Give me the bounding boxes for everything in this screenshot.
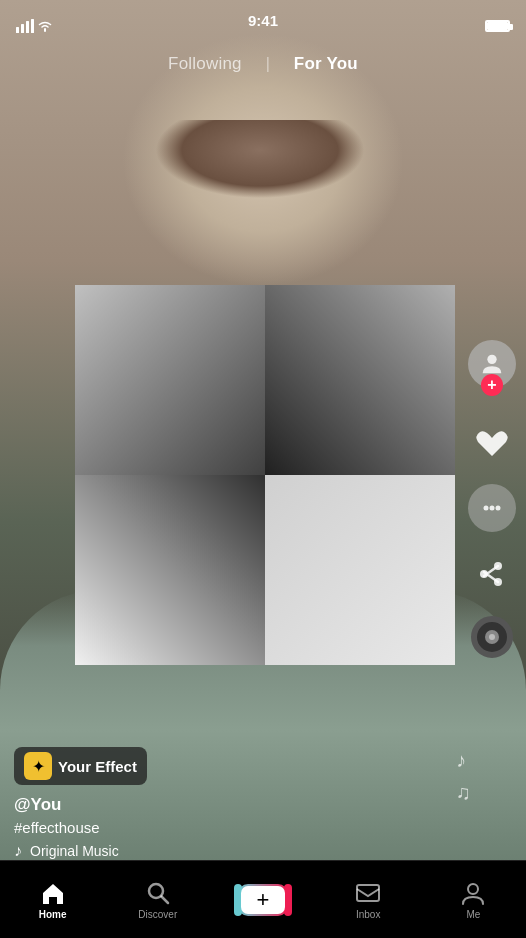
svg-rect-0 (16, 27, 19, 33)
effect-label: Your Effect (58, 758, 137, 775)
signal-indicators (16, 19, 53, 33)
hashtag[interactable]: #effecthouse (14, 819, 406, 836)
follow-button[interactable]: + (468, 340, 516, 388)
creator-avatar: + (468, 340, 516, 388)
nav-item-inbox[interactable]: Inbox (316, 880, 421, 920)
following-tab[interactable]: Following (144, 44, 266, 84)
svg-point-14 (468, 884, 478, 894)
create-plus-symbol: + (257, 889, 270, 911)
nav-item-home[interactable]: Home (0, 880, 105, 920)
effect-overlay (75, 285, 455, 665)
music-disc-inner (485, 630, 499, 644)
effect-tag[interactable]: ✦ Your Effect (14, 747, 147, 785)
effect-quadrant-4 (265, 475, 455, 665)
inbox-icon (355, 880, 381, 906)
share-icon (474, 556, 510, 592)
video-info-panel: ✦ Your Effect @You #effecthouse ♪ Origin… (0, 747, 420, 860)
heart-icon (472, 422, 512, 462)
signal-icon (16, 19, 34, 33)
share-icon-wrap (468, 550, 516, 598)
status-time: 9:41 (248, 12, 278, 29)
inbox-label: Inbox (356, 909, 380, 920)
nav-item-me[interactable]: Me (421, 880, 526, 920)
music-label: Original Music (30, 843, 119, 859)
effect-icon: ✦ (24, 752, 52, 780)
svg-point-4 (487, 355, 496, 364)
wifi-icon (37, 20, 53, 32)
effect-quadrant-3 (75, 475, 265, 665)
me-label: Me (466, 909, 480, 920)
hair-detail (130, 120, 390, 200)
svg-line-12 (161, 896, 168, 903)
like-button[interactable] (468, 418, 516, 466)
comment-icon-wrap (468, 484, 516, 532)
svg-point-5 (484, 506, 489, 511)
nav-item-discover[interactable]: Discover (105, 880, 210, 920)
status-bar: 9:41 (0, 0, 526, 44)
music-disc (471, 616, 513, 658)
feed-nav-tabs: Following | For You (0, 44, 526, 84)
profile-icon (460, 880, 486, 906)
battery-fill (487, 22, 508, 30)
share-button[interactable] (468, 550, 516, 598)
svg-point-7 (496, 506, 501, 511)
create-button[interactable]: + (238, 884, 288, 916)
comment-button[interactable] (468, 484, 516, 532)
svg-rect-3 (31, 19, 34, 33)
search-icon (145, 880, 171, 906)
discover-label: Discover (138, 909, 177, 920)
bottom-nav-bar: Home Discover + Inbox Me (0, 860, 526, 938)
music-notes-decoration: ♪♫ (456, 744, 471, 808)
create-button-inner: + (241, 886, 285, 914)
follow-plus-badge: + (481, 374, 503, 396)
battery-indicator (485, 20, 510, 32)
action-buttons-panel: + (468, 340, 516, 658)
svg-point-10 (480, 570, 488, 578)
music-disc-center (489, 634, 495, 640)
battery-icon (485, 20, 510, 32)
svg-rect-13 (357, 885, 379, 901)
music-disc-button[interactable] (471, 616, 513, 658)
heart-icon-wrap (468, 418, 516, 466)
comment-icon (478, 494, 506, 522)
svg-rect-1 (21, 24, 24, 33)
home-label: Home (39, 909, 67, 920)
svg-point-8 (494, 562, 502, 570)
svg-point-9 (494, 578, 502, 586)
username[interactable]: @You (14, 795, 406, 815)
for-you-tab[interactable]: For You (270, 44, 382, 84)
music-info[interactable]: ♪ Original Music (14, 842, 406, 860)
effect-quadrant-2 (265, 285, 455, 475)
music-note-icon: ♪ (14, 842, 22, 860)
video-background (0, 0, 526, 870)
home-icon (40, 880, 66, 906)
svg-point-6 (490, 506, 495, 511)
nav-item-create[interactable]: + (210, 884, 315, 916)
effect-quadrant-1 (75, 285, 265, 475)
svg-rect-2 (26, 21, 29, 33)
